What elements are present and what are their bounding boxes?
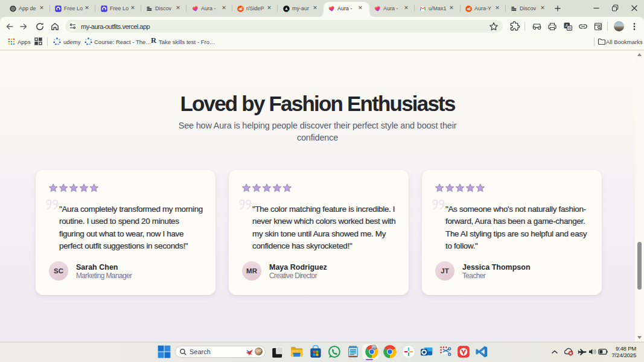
svg-text:B: B — [568, 26, 571, 30]
